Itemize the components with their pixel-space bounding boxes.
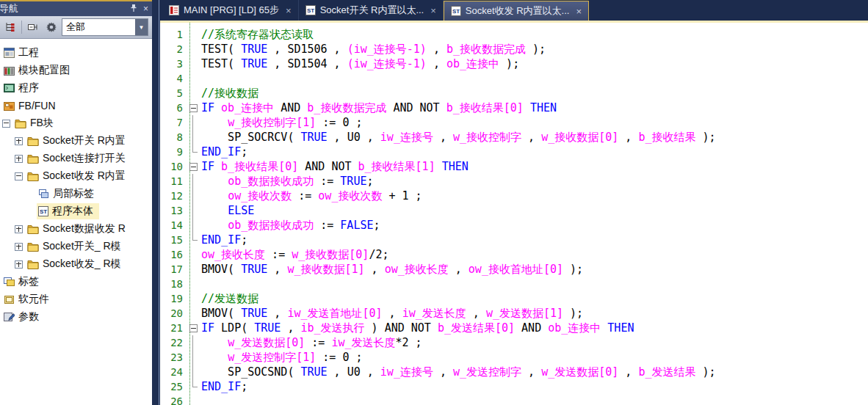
code-token: AND xyxy=(274,101,307,114)
code-line[interactable]: 16ow_接收长度 := w_接收数据[0]/2; xyxy=(160,247,868,262)
document-tab[interactable]: MAIN [PRG] [LD] 65步× xyxy=(162,0,299,21)
code-token: , xyxy=(618,365,638,379)
code-token: w_接收数据[1] xyxy=(287,263,364,276)
document-tab[interactable]: STSocket收发 R内置以太...× xyxy=(444,1,589,21)
code-line[interactable]: 9END_IF; xyxy=(160,145,868,159)
code-token: ) AND NOT xyxy=(365,321,438,335)
tree-item[interactable]: Socket开关_ R模 xyxy=(0,238,152,255)
tree-item-label: Socket开关 R内置 xyxy=(43,134,126,147)
code-line[interactable]: 15END_IF; xyxy=(160,233,868,247)
code-token: b_接收数据完成 xyxy=(446,43,526,56)
code-token: w_发送数据[0] xyxy=(541,365,618,379)
close-icon[interactable]: × xyxy=(286,5,292,16)
code-line[interactable]: 22 w_发送数据[0] := iw_发送长度*2 ; xyxy=(160,335,868,350)
tree-item[interactable]: Socket开关 R内置 xyxy=(0,132,152,150)
code-token: , xyxy=(281,321,300,335)
code-line[interactable]: 20BMOV( TRUE , iw_发送首地址[0] , iw_发送长度 , w… xyxy=(160,306,868,321)
code-line[interactable]: 18 xyxy=(160,277,868,291)
code-line[interactable]: 26 xyxy=(160,394,868,405)
code-line[interactable]: 7 w_接收控制字[1] := 0 ; xyxy=(160,115,868,130)
code-line[interactable]: 8 SP_SOCRCV( TRUE , U0 , iw_连接号 , w_接收控制… xyxy=(160,130,868,145)
code-line[interactable]: 11 ob_数据接收成功 := TRUE; xyxy=(160,174,868,189)
tree-item[interactable]: 工程 xyxy=(0,44,152,62)
code-token: IF xyxy=(201,101,221,114)
collapse-tree-icon[interactable] xyxy=(25,19,41,35)
panel-splitter[interactable] xyxy=(152,0,160,405)
st-doc-icon: ST xyxy=(451,6,461,16)
tree-item[interactable]: Socket收发 R内置 xyxy=(0,167,152,185)
code-token: ; xyxy=(374,219,380,232)
code-line[interactable]: 13 ELSE xyxy=(160,203,868,218)
tree-item[interactable]: 软元件 xyxy=(0,291,152,308)
code-token: ob_数据接收成功 xyxy=(228,219,314,232)
code-line[interactable]: 3TEST( TRUE , SD1504 , (iw_连接号-1) , ob_连… xyxy=(160,56,868,71)
close-icon[interactable]: × xyxy=(143,4,148,13)
document-tab[interactable]: STSocket开关 R内置以太...× xyxy=(299,0,444,21)
fold-collapse-icon[interactable] xyxy=(189,324,198,332)
collapse-icon[interactable] xyxy=(2,120,10,128)
st-editor[interactable]: 1//系统寄存器状态读取2TEST( TRUE , SD1506 , (iw_连… xyxy=(160,23,868,405)
tree-item-label: 工程 xyxy=(18,46,39,59)
tree-item[interactable]: FB/FUN xyxy=(0,97,152,114)
tree-item[interactable]: 局部标签 xyxy=(0,185,152,202)
code-line[interactable]: 4 xyxy=(160,71,868,86)
tree-item-label: 模块配置图 xyxy=(18,64,70,77)
code-line[interactable]: 2TEST( TRUE , SD1506 , (iw_连接号-1) , b_接收… xyxy=(160,42,868,56)
code-line[interactable]: 17BMOV( TRUE , w_接收数据[1] , ow_接收长度 , ow_… xyxy=(160,262,868,277)
fold-margin xyxy=(187,101,201,115)
settings-gear-icon[interactable] xyxy=(43,19,59,35)
tree-item[interactable]: Socket收发_ R模 xyxy=(0,255,152,273)
line-number: 4 xyxy=(160,73,187,84)
code-token: TRUE xyxy=(241,263,267,276)
expand-icon[interactable] xyxy=(15,260,23,269)
close-icon[interactable]: × xyxy=(430,5,436,16)
code-line[interactable]: 24 SP_SOCSND( TRUE , U0 , iw_连接号 , w_发送控… xyxy=(160,365,868,379)
tree-item[interactable]: FB块 xyxy=(0,114,152,132)
code-token: b_接收结果[0] xyxy=(221,160,298,173)
line-number: 9 xyxy=(160,146,187,158)
code-line[interactable]: 10IF b_接收结果[0] AND NOT b_接收结果[1] THEN xyxy=(160,159,868,174)
tree-item[interactable]: 参数 xyxy=(0,308,152,326)
expand-icon[interactable] xyxy=(15,225,23,233)
folder-icon xyxy=(27,136,39,146)
tree-item[interactable]: 标签 xyxy=(0,273,152,291)
expand-icon[interactable] xyxy=(15,243,23,251)
tree-item[interactable]: ST程序本体 xyxy=(0,202,152,220)
code-line[interactable]: 25END_IF; xyxy=(160,379,868,394)
fold-collapse-icon[interactable] xyxy=(189,104,198,112)
code-line[interactable]: 14 ob_数据接收成功 := FALSE; xyxy=(160,218,868,233)
code-token: w_发送控制字 xyxy=(453,365,521,379)
fold-collapse-icon[interactable] xyxy=(189,163,198,171)
code-line[interactable]: 19//发送数据 xyxy=(160,291,868,306)
connection-view-icon[interactable] xyxy=(2,19,18,35)
line-number: 24 xyxy=(160,366,187,378)
code-text: IF b_接收结果[0] AND NOT b_接收结果[1] THEN xyxy=(201,160,469,174)
collapse-icon[interactable] xyxy=(15,172,23,180)
tree-filter-dropdown[interactable]: 全部 ▼ xyxy=(62,18,148,36)
navigation-panel: 导航 × 全部 ▼ 工程模块配置图程序FB/FUNFB块Socket开关 R内 xyxy=(0,0,152,405)
code-token xyxy=(601,321,607,335)
code-line[interactable]: 21IF LDP( TRUE , ib_发送执行 ) AND NOT b_发送结… xyxy=(160,321,868,335)
expand-icon[interactable] xyxy=(15,137,23,145)
code-token: b_发送结果[0] xyxy=(438,321,515,335)
chevron-down-icon[interactable]: ▼ xyxy=(135,19,148,35)
tree-item[interactable]: Socket连接打开关 xyxy=(0,150,152,167)
close-icon[interactable]: × xyxy=(576,6,582,17)
code-token: ow_接收长度 xyxy=(385,263,449,276)
tree-item[interactable]: 模块配置图 xyxy=(0,62,152,79)
code-token: FALSE xyxy=(340,219,373,232)
code-line[interactable]: 12 ow_接收次数 := ow_接收次数 + 1 ; xyxy=(160,189,868,203)
folder-icon xyxy=(27,153,39,164)
tree-item[interactable]: 程序 xyxy=(0,79,152,97)
code-line[interactable]: 23 w_发送控制字[1] := 0 ; xyxy=(160,350,868,365)
code-line[interactable]: 1//系统寄存器状态读取 xyxy=(160,27,868,42)
code-line[interactable]: 6IF ob_连接中 AND b_接收数据完成 AND NOT b_接收结果[0… xyxy=(160,101,868,115)
code-token: SP_SOCRCV( xyxy=(201,131,300,144)
pin-icon[interactable] xyxy=(130,4,137,14)
line-number: 17 xyxy=(160,263,187,275)
expand-icon[interactable] xyxy=(15,155,23,163)
tree-item[interactable]: Socket数据收发 R xyxy=(0,220,152,238)
tree-item-inner: FB/FUN xyxy=(2,98,62,113)
code-text: ow_接收次数 := ow_接收次数 + 1 ; xyxy=(201,189,422,203)
code-line[interactable]: 5//接收数据 xyxy=(160,86,868,101)
